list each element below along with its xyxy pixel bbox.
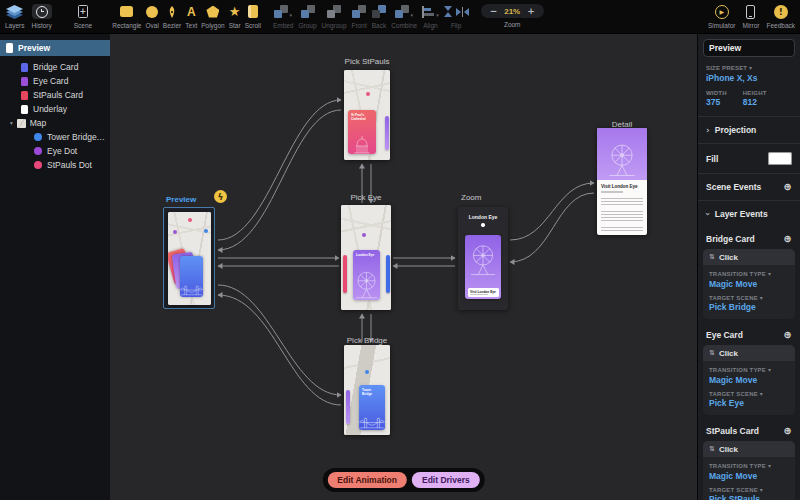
fill-row: Fill [698,144,800,173]
canvas[interactable]: Preview ϟ Pick StPauls St Paul's Cathedr… [110,33,697,500]
event-trigger-dropdown[interactable]: ⇅ Click [703,441,795,457]
size-preset-dropdown[interactable]: SIZE PRESET ▾ [706,64,792,71]
align-button[interactable]: ▾ Align [422,4,439,29]
combine-button[interactable]: ▾ Combine [391,4,417,29]
tool-star[interactable]: ★ Star [229,4,241,29]
layer-row-eye-dot[interactable]: Eye Dot [0,144,110,158]
back-button[interactable]: Back [372,4,386,29]
screen-label-bridge[interactable]: Pick Bridge [324,336,410,345]
add-layer-event-icon[interactable]: ⊕ [784,330,792,340]
transition-type-dropdown[interactable]: TRANSITION TYPE ▾ [709,462,789,469]
peek-card-eye [346,390,350,424]
screen-label-zoom[interactable]: Zoom [458,193,511,202]
detail-paragraph [601,227,643,233]
history-icon [32,4,52,19]
layer-events-section-toggle[interactable]: › Layer Events [698,201,800,227]
simulator-button[interactable]: ▶ Simulator [708,4,735,29]
add-scene-event-icon[interactable]: ⊕ [784,182,792,192]
scene-label: Scene [74,22,92,29]
add-layer-event-icon[interactable]: ⊕ [784,426,792,436]
zoom-in-button[interactable]: + [527,6,535,16]
front-button[interactable]: Front [352,4,367,29]
zoom-out-button[interactable]: − [490,6,498,16]
map-dot [362,233,366,237]
tool-bezier[interactable]: Bezier [163,4,181,29]
stepper-icon: ⇅ [709,445,715,453]
transition-value[interactable]: Magic Move [709,375,789,385]
layer-row-stpauls-dot[interactable]: StPauls Dot [0,158,110,172]
scene-icon: + [78,4,88,19]
transition-type-dropdown[interactable]: TRANSITION TYPE ▾ [709,366,789,373]
target-scene-value[interactable]: Pick Bridge [709,302,789,312]
target-scene-dropdown[interactable]: TARGET SCENE ▾ [709,294,789,301]
layer-dot-icon [34,147,42,155]
mirror-button[interactable]: Mirror [742,4,759,29]
history-label: History [32,22,52,29]
layer-row-map[interactable]: ▾ Map [0,116,110,130]
tool-scroll[interactable]: Scroll [245,4,261,29]
height-field[interactable]: HEIGHT 812 [743,90,767,108]
detail-paragraph [601,211,643,223]
add-scene-button[interactable]: + Scene [74,4,92,29]
layer-label: Eye Dot [47,146,77,156]
text-icon: A [187,4,196,19]
group-button[interactable]: Group [299,4,317,29]
phone-icon [746,4,755,19]
target-scene-value[interactable]: Pick StPauls [709,494,789,500]
peek-card-bridge [386,255,390,293]
screen-pick-bridge[interactable]: Tower Bridge [344,345,390,435]
width-field[interactable]: WIDTH 375 [706,90,727,108]
layer-row-tower-bridge-dot[interactable]: Tower Bridge… [0,130,110,144]
target-scene-dropdown[interactable]: TARGET SCENE ▾ [709,390,789,397]
layer-row-underlay[interactable]: Underlay [0,102,110,116]
add-layer-event-icon[interactable]: ⊕ [784,234,792,244]
scene-name-input[interactable]: Preview [703,39,795,57]
history-panel-toggle[interactable]: History [32,4,52,29]
transition-value[interactable]: Magic Move [709,471,789,481]
disclosure-triangle-icon[interactable]: ▾ [10,120,13,126]
screen-label-eye[interactable]: Pick Eye [321,193,411,202]
screen-detail[interactable]: Visit London Eye [597,128,647,235]
card-title: Tower Bridge [359,385,385,396]
stepper-icon: ⇅ [709,253,715,261]
tool-rectangle[interactable]: Rectangle [112,4,141,29]
embed-icon: ▾ [274,4,292,19]
event-trigger-dropdown[interactable]: ⇅ Click [703,345,795,361]
tool-oval[interactable]: Oval [145,4,158,29]
size-preset-value[interactable]: iPhone X, Xs [706,73,792,83]
tool-label: Combine [391,22,417,29]
screen-label-stpauls[interactable]: Pick StPauls [324,57,410,66]
tool-label: Bezier [163,22,181,29]
target-scene-dropdown[interactable]: TARGET SCENE ▾ [709,486,789,493]
screen-preview-selection-frame[interactable] [163,207,215,309]
layer-row-eye-card[interactable]: Eye Card [0,74,110,88]
tool-text[interactable]: A Text [185,4,197,29]
tool-polygon[interactable]: Polygon [201,4,225,29]
visit-london-eye-button[interactable]: Visit London Eye [468,288,499,297]
flip-button[interactable]: Flip [444,4,469,29]
screen-preview[interactable] [168,212,211,305]
event-card-eye: ⇅ Click TRANSITION TYPE ▾ Magic Move TAR… [703,345,795,415]
edit-animation-button[interactable]: Edit Animation [327,472,407,488]
fill-color-swatch[interactable] [768,152,792,165]
screen-pick-eye[interactable]: London Eye [341,205,391,310]
layer-row-bridge-card[interactable]: Bridge Card [0,60,110,74]
projection-section-toggle[interactable]: › Projection [698,117,800,143]
width-value[interactable]: 375 [706,97,727,107]
width-label: WIDTH [706,90,727,96]
layers-panel-toggle[interactable]: Layers [5,4,25,29]
layer-row-preview-scene[interactable]: Preview [0,40,110,56]
feedback-button[interactable]: ! Feedback [766,4,795,29]
layer-row-stpauls-card[interactable]: StPauls Card [0,88,110,102]
transition-value[interactable]: Magic Move [709,279,789,289]
height-value[interactable]: 812 [743,97,767,107]
edit-drivers-button[interactable]: Edit Drivers [412,472,480,488]
embed-button[interactable]: ▾ Embed [273,4,294,29]
target-scene-value[interactable]: Pick Eye [709,398,789,408]
transition-type-dropdown[interactable]: TRANSITION TYPE ▾ [709,270,789,277]
event-trigger-dropdown[interactable]: ⇅ Click [703,249,795,265]
screen-pick-stpauls[interactable]: St Paul's Cathedral [344,70,390,160]
flash-badge-icon[interactable]: ϟ [214,190,227,203]
screen-zoom[interactable]: London Eye Visit London Eye [458,207,508,310]
ungroup-button[interactable]: Ungroup [322,4,347,29]
